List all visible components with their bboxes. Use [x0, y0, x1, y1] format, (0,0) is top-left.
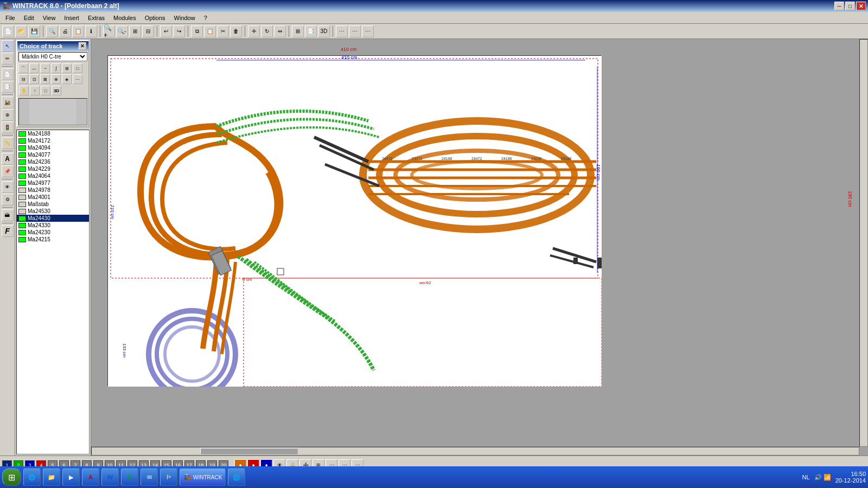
track-list-item[interactable]: Ma24236 [17, 158, 89, 165]
tb-print[interactable]: 🖨 [59, 25, 71, 37]
tb-copy[interactable]: ⧉ [191, 25, 203, 37]
tool-settings[interactable]: ⚙ [2, 194, 14, 206]
track-list-item[interactable]: Ma24215 [17, 236, 89, 243]
tb-delete[interactable]: 🗑 [230, 25, 242, 37]
tb-rotate[interactable]: ↻ [261, 25, 273, 37]
window-close-button[interactable]: ✕ [856, 2, 866, 10]
tb-properties[interactable]: 📋 [72, 25, 84, 37]
taskbar-excel[interactable]: X [121, 468, 138, 486]
h-scrollbar-thumb[interactable] [200, 448, 298, 454]
pt-hand[interactable]: ✋ [19, 86, 29, 95]
tb-move[interactable]: ✛ [248, 25, 260, 37]
tb-paste[interactable]: 📋 [204, 25, 216, 37]
track-list-item[interactable]: Ma24188 [17, 130, 89, 137]
track-list-item[interactable]: Ma24330 [17, 222, 89, 229]
start-button[interactable]: ⊞ [2, 468, 21, 486]
tool-train[interactable]: 🚂 [2, 97, 14, 108]
tb-zoom-out[interactable]: 🔍- [116, 25, 128, 37]
menu-window[interactable]: Window [170, 14, 200, 22]
pt-icon8[interactable]: ⊡ [29, 74, 39, 84]
vertical-scrollbar[interactable] [859, 39, 868, 447]
track-list-item[interactable]: Ma24001 [17, 194, 89, 201]
taskbar-wintrack-active[interactable]: 🚂 WINTRACK [180, 468, 226, 486]
pt-s-curve[interactable]: ∫ [51, 63, 61, 73]
tb-redo[interactable]: ↪ [173, 25, 185, 37]
pt-icon9[interactable]: ⊠ [40, 74, 50, 84]
taskbar-flag[interactable]: 🏳 [160, 468, 177, 486]
menu-edit[interactable]: Edit [20, 14, 39, 22]
taskbar-acrobat[interactable]: A [82, 468, 99, 486]
pt-icon6[interactable]: □ [73, 63, 82, 73]
tb-undo[interactable]: ↩ [160, 25, 172, 37]
tool-terrain[interactable]: 🏔 [2, 209, 14, 221]
pt-icon11[interactable]: ◈ [62, 74, 72, 84]
pt-straight[interactable]: — [29, 63, 39, 73]
pt-box[interactable]: □ [41, 86, 50, 95]
track-list-item[interactable]: Ma24430 [17, 215, 89, 222]
menu-extras[interactable]: Extras [84, 14, 109, 22]
tb-extra2[interactable]: ⋯ [349, 25, 361, 37]
pt-3d[interactable]: 3D [52, 86, 61, 95]
tb-open[interactable]: 📂 [15, 25, 27, 37]
tb-zoom-fit[interactable]: ⊞ [129, 25, 141, 37]
choice-panel-close[interactable]: ✕ [79, 42, 86, 50]
taskbar-folder[interactable]: 📁 [43, 468, 60, 486]
tool-pencil[interactable]: ✏ [2, 53, 14, 65]
track-list-item[interactable]: Ma24077 [17, 151, 89, 158]
tool-signal[interactable]: 🚦 [2, 121, 14, 133]
tb-zoom-in[interactable]: 🔍+ [103, 25, 115, 37]
track-list-item[interactable]: Ma24977 [17, 179, 89, 187]
tb-info[interactable]: ℹ [85, 25, 97, 37]
tb-save[interactable]: 💾 [28, 25, 40, 37]
menu-options[interactable]: Options [141, 14, 170, 22]
track-list-item[interactable]: Ma24230 [17, 229, 89, 236]
tool-text[interactable]: A [2, 153, 14, 165]
pt-curve-left[interactable]: ⌒ [18, 63, 28, 73]
tb-extra1[interactable]: ⋯ [336, 25, 348, 37]
pt-icon12[interactable]: ⋯ [73, 74, 82, 84]
pt-icon5[interactable]: ⊞ [62, 63, 72, 73]
pt-up[interactable]: ↑ [30, 86, 40, 95]
track-list-item[interactable]: Ma24229 [17, 165, 89, 172]
pt-icon7[interactable]: ⊟ [18, 74, 28, 84]
track-list-item[interactable]: Ma24172 [17, 137, 89, 144]
menu-modules[interactable]: Modules [109, 14, 141, 22]
pt-curve-right[interactable]: ⌣ [40, 63, 50, 73]
tb-grid[interactable]: ⊞ [292, 25, 304, 37]
pt-icon10[interactable]: ⊕ [51, 74, 61, 84]
window-min-button[interactable]: ─ [834, 2, 844, 10]
menu-insert[interactable]: Insert [60, 14, 84, 22]
tool-file[interactable]: 📄 [2, 68, 14, 80]
tb-layer[interactable]: 📑 [305, 25, 317, 37]
tool-switch[interactable]: ⊕ [2, 109, 14, 121]
track-list-item[interactable]: Maßstab [17, 201, 89, 208]
tool-select[interactable]: ↖ [2, 40, 14, 52]
window-max-button[interactable]: □ [845, 2, 855, 10]
tb-3d[interactable]: 3D [318, 25, 330, 37]
tb-new[interactable]: 📄 [2, 25, 14, 37]
menu-view[interactable]: View [39, 14, 60, 22]
track-list-item[interactable]: Ma24978 [17, 187, 89, 194]
tool-measure[interactable]: 📏 [2, 137, 14, 149]
tool-pin[interactable]: 📌 [2, 165, 14, 177]
track-list-item[interactable]: Ma24094 [17, 144, 89, 151]
taskbar-ie[interactable]: 🌐 [23, 468, 41, 486]
tb-zoom-select[interactable]: ⊟ [142, 25, 154, 37]
taskbar-word[interactable]: W [101, 468, 119, 486]
tb-cut[interactable]: ✂ [217, 25, 229, 37]
tb-extra3[interactable]: ⋯ [362, 25, 374, 37]
tool-eye[interactable]: 👁 [2, 181, 14, 193]
taskbar-media[interactable]: ▶ [62, 468, 80, 486]
track-list-item[interactable]: Ma24064 [17, 172, 89, 179]
taskbar-explorer[interactable]: 🌐 [228, 468, 245, 486]
menu-help[interactable]: ? [200, 14, 212, 22]
track-type-dropdown[interactable]: Märklin H0 C-tre Märklin H0 K-track Märk… [18, 52, 87, 61]
tb-mirror[interactable]: ⇔ [274, 25, 286, 37]
taskbar-mail[interactable]: ✉ [141, 468, 158, 486]
track-list-item[interactable]: Ma24530 [17, 208, 89, 215]
tool-font[interactable]: F [2, 225, 14, 237]
tool-layers[interactable]: 📑 [2, 81, 14, 93]
horizontal-scrollbar[interactable] [91, 447, 859, 455]
tb-print-preview[interactable]: 🔍 [46, 25, 58, 37]
canvas-area[interactable]: 410 cm 190 cm 210 cm 0 cm wo:62 410 cm 1… [91, 39, 868, 455]
